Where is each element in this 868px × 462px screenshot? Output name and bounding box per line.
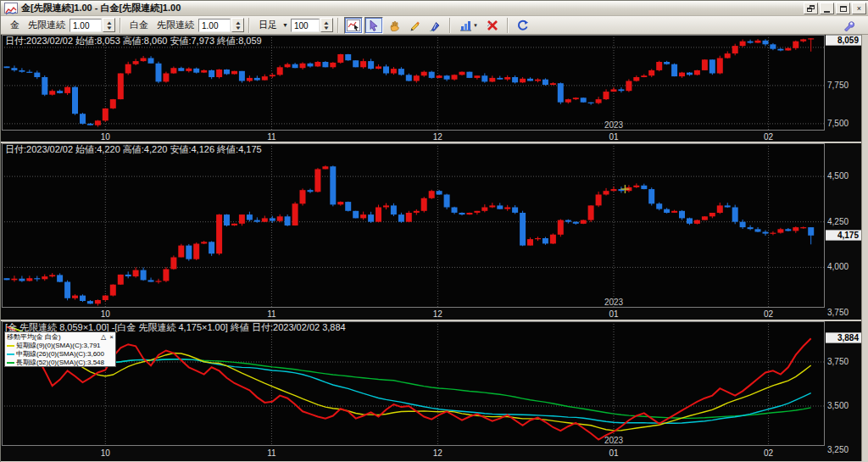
bar-chart-type-icon[interactable]: ▼	[456, 17, 481, 34]
x-axis-month-label: 12	[428, 309, 447, 319]
x-axis-month-label: 02	[760, 448, 778, 458]
hand-pan-icon[interactable]	[385, 17, 403, 34]
instrument1-label: 金	[10, 19, 19, 31]
y-axis-label: 3,750	[827, 308, 861, 317]
period-dropdown[interactable]: 日足	[259, 19, 277, 31]
wrench-settings-icon[interactable]	[839, 18, 858, 35]
instrument2-series-label: 先限連続	[157, 19, 194, 31]
instrument1-multiplier-input[interactable]	[70, 19, 102, 32]
y-axis-label: 3,750	[827, 357, 861, 366]
pencil-draw-icon[interactable]	[405, 17, 424, 34]
app-window: 金[先限連続]1.00 - 白金[先限連続]1.00 × 金 先限連続 ▲▼ 白…	[0, 0, 868, 462]
y-axis-label: 4,250	[827, 217, 861, 226]
toolbar: 金 先限連続 ▲▼ 白金 先限連続 ▲▼ 日足 ▼ ▲▼	[1, 16, 868, 35]
minimize-button[interactable]	[820, 3, 834, 14]
platinum-plot-area[interactable]	[2, 143, 825, 308]
pen-trendline-icon[interactable]	[426, 17, 444, 34]
candles-layer	[4, 38, 815, 127]
toolbar-separator	[337, 18, 339, 33]
window-title: 金[先限連続]1.00 - 白金[先限連続]1.00	[21, 2, 181, 14]
y-axis-label: 3,500	[827, 401, 861, 410]
title-bar: 金[先限連続]1.00 - 白金[先限連続]1.00 ×	[1, 1, 868, 16]
sma-short-label: 短期線(9)(0)(SMA)(C):3,791	[16, 342, 101, 350]
sma-line-26	[7, 326, 811, 423]
x-axis-month-label: 11	[262, 448, 281, 458]
refresh-icon[interactable]	[514, 17, 532, 34]
x-axis-month-label: 01	[604, 448, 623, 458]
platinum-candlestick-panel[interactable]: 日付:2023/02/02 始値:4,220 高値:4,220 安値:4,126…	[1, 143, 861, 320]
y-axis-label: 4,000	[827, 262, 861, 271]
bar-count-input[interactable]	[291, 19, 320, 32]
toolbar-separator	[449, 18, 451, 33]
delete-lines-icon[interactable]	[483, 17, 502, 34]
instrument2-multiplier-input[interactable]	[198, 19, 231, 32]
legend-row-mid: 中期線(26)(0)(SMA)(C):3,600	[7, 350, 114, 359]
spread-plot-area[interactable]	[2, 321, 825, 446]
instrument2-label: 白金	[130, 19, 148, 31]
platinum-ohlc-readout: 日付:2023/02/02 始値:4,220 高値:4,220 安値:4,126…	[5, 143, 262, 156]
sma-line-9	[7, 326, 811, 431]
x-axis-month-label: 10	[96, 132, 114, 142]
window-right-edge	[861, 35, 868, 462]
app-chart-icon[interactable]	[4, 3, 18, 14]
x-axis-year-label: 2023	[601, 436, 626, 445]
sma-mid-label: 中期線(26)(0)(SMA)(C):3,600	[16, 350, 104, 359]
candles-layer	[4, 165, 815, 305]
x-axis-month-label: 02	[760, 132, 778, 142]
x-axis-month-label: 02	[760, 309, 778, 319]
maximize-button[interactable]	[836, 3, 850, 14]
toolbar-separator	[507, 18, 509, 33]
x-axis-month-label: 12	[428, 132, 447, 142]
current-price-label: 8,059	[826, 35, 861, 46]
y-axis-label: 7,750	[827, 81, 861, 90]
x-axis-month-label: 11	[262, 309, 281, 319]
gold-plot-area[interactable]	[2, 35, 825, 131]
legend-title: 移動平均(金 白金)	[7, 333, 61, 342]
moving-average-legend: 移動平均(金 白金) △ × 短期線(9)(0)(SMA)(C):3,791 中…	[4, 331, 116, 367]
gold-ohlc-readout: 日付:2023/02/02 始値:8,053 高値:8,060 安値:7,973…	[5, 35, 262, 47]
instrument1-series-label: 先限連続	[28, 19, 65, 31]
y-axis-label: 7,500	[827, 119, 861, 128]
current-price-label: 4,175	[826, 230, 861, 241]
chevron-down-icon[interactable]: ▼	[282, 22, 288, 28]
x-axis-year-label: 2023	[601, 120, 626, 130]
x-axis-month-label: 10	[96, 309, 114, 319]
x-axis-year-label: 2023	[601, 298, 626, 307]
legend-row-short: 短期線(9)(0)(SMA)(C):3,791	[7, 342, 114, 350]
cursor-select-icon[interactable]	[364, 17, 383, 34]
close-button[interactable]: ×	[852, 3, 866, 14]
y-axis-label: 3,250	[827, 445, 861, 454]
panel-divider[interactable]	[1, 320, 861, 321]
sma-long-swatch	[7, 362, 14, 364]
sma-short-swatch	[7, 345, 14, 347]
current-price-label: 3,884	[826, 332, 861, 343]
gold-candlestick-panel[interactable]: 日付:2023/02/02 始値:8,053 高値:8,060 安値:7,973…	[1, 35, 861, 142]
x-axis-month-label: 01	[604, 309, 623, 319]
sma-mid-swatch	[7, 353, 14, 355]
sma-long-label: 長期線(52)(0)(SMA)(C):3,548	[16, 359, 104, 367]
toolbar-separator	[248, 18, 250, 33]
legend-close-button[interactable]: ×	[109, 333, 114, 341]
chart-crosshair-icon[interactable]	[344, 17, 363, 34]
y-axis-label: 4,500	[827, 171, 861, 181]
instrument2-spinner[interactable]: ▲▼	[231, 18, 244, 32]
x-axis-month-label: 11	[262, 132, 281, 142]
legend-row-long: 長期線(52)(0)(SMA)(C):3,548	[7, 359, 114, 367]
instrument1-spinner[interactable]: ▲▼	[103, 18, 115, 32]
float-window-button[interactable]	[804, 3, 818, 14]
chart-area: 日付:2023/02/02 始値:8,053 高値:8,060 安値:7,973…	[1, 35, 861, 462]
panel-divider[interactable]	[1, 142, 861, 143]
x-axis-month-label: 12	[428, 448, 447, 458]
x-axis-month-label: 01	[604, 132, 623, 142]
bar-count-spinner[interactable]: ▲▼	[320, 18, 333, 32]
toolbar-separator	[120, 18, 121, 33]
legend-collapse-button[interactable]: △	[101, 333, 106, 341]
x-axis-month-label: 10	[96, 448, 114, 458]
spread-line-panel[interactable]: [金 先限連続 8,059×1.00] -[白金 先限連続 4,175×1.00…	[1, 321, 861, 462]
sma-line-52	[7, 326, 811, 418]
